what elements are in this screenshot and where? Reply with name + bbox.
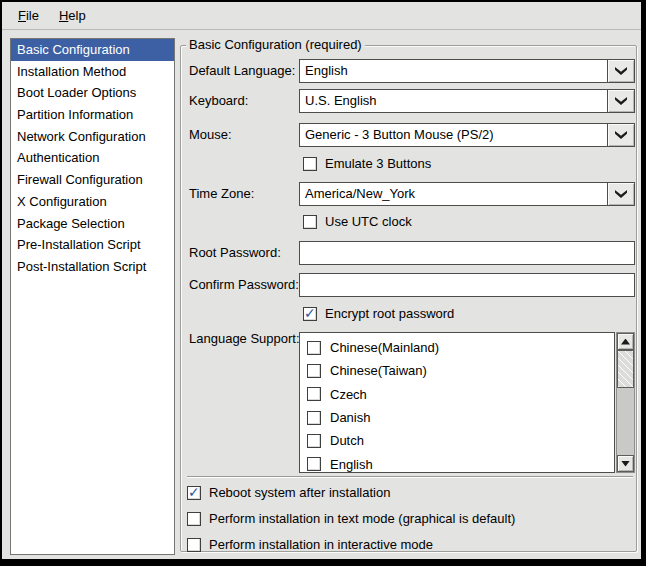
checkbox-box[interactable] [307, 411, 321, 425]
sidebar-item[interactable]: Package Selection [11, 213, 174, 235]
checkbox-label: Use UTC clock [325, 214, 412, 229]
language-support-list: Chinese(Mainland) Chinese(Taiwan) Czech [299, 332, 635, 473]
confirm-password-label: Confirm Password: [189, 273, 299, 297]
checkbox-box[interactable] [187, 538, 201, 552]
language-option-label: Chinese(Mainland) [330, 340, 439, 355]
encrypt-root-password-checkbox[interactable]: Encrypt root password [303, 305, 639, 322]
kickstart-configurator-window: File Help Basic Configuration Installati… [2, 2, 641, 559]
checkbox-box[interactable] [303, 157, 317, 171]
checkbox-box[interactable] [187, 512, 201, 526]
scroll-up-button[interactable] [617, 333, 634, 350]
checkbox-box[interactable] [307, 364, 321, 378]
sidebar-item[interactable]: Authentication [11, 147, 174, 169]
sidebar-item[interactable]: Network Configuration [11, 126, 174, 148]
footer-checkbox[interactable]: Reboot system after installation [187, 484, 390, 501]
time-zone-combo[interactable]: America/New_York [299, 182, 635, 206]
language-option[interactable]: Dutch [300, 429, 614, 452]
chevron-down-icon [615, 97, 627, 105]
checkbox-box[interactable] [303, 307, 317, 321]
keyboard-label: Keyboard: [189, 89, 299, 113]
checkbox-label: Emulate 3 Buttons [325, 156, 431, 171]
time-zone-dropdown-button[interactable] [607, 182, 635, 206]
checkbox-label: Perform installation in text mode (graph… [209, 511, 515, 526]
menu-file-mnemonic: F [18, 8, 26, 23]
language-option-label: Danish [330, 410, 370, 425]
menu-help-mnemonic: H [59, 8, 68, 23]
checkbox-box[interactable] [303, 215, 317, 229]
checkbox-label: Reboot system after installation [209, 485, 390, 500]
default-language-combo[interactable]: English [299, 59, 635, 83]
emulate-3-buttons-checkbox[interactable]: Emulate 3 Buttons [303, 155, 639, 172]
mouse-label: Mouse: [189, 123, 299, 147]
footer-checkbox[interactable]: Perform installation in text mode (graph… [187, 510, 515, 527]
sidebar-item[interactable]: Boot Loader Options [11, 82, 174, 104]
keyboard-dropdown-button[interactable] [607, 89, 635, 113]
footer-checkbox[interactable]: Perform installation in interactive mode [187, 536, 433, 553]
checkbox-label: Perform installation in interactive mode [209, 537, 433, 552]
chevron-down-icon [615, 67, 627, 75]
language-option[interactable]: Danish [300, 406, 614, 429]
keyboard-value[interactable]: U.S. English [299, 89, 607, 113]
language-option[interactable]: Chinese(Mainland) [300, 336, 614, 359]
checkbox-box[interactable] [307, 434, 321, 448]
checkbox-box[interactable] [307, 457, 321, 471]
basic-configuration-frame: Basic Configuration (required) Default L… [180, 45, 637, 552]
sidebar-item[interactable]: Installation Method [11, 61, 174, 83]
checkbox-box[interactable] [307, 387, 321, 401]
scrollbar-trough[interactable] [617, 388, 634, 455]
keyboard-combo[interactable]: U.S. English [299, 89, 635, 113]
frame-title: Basic Configuration (required) [186, 37, 365, 52]
menu-file[interactable]: File [8, 4, 49, 27]
language-option[interactable]: Czech [300, 383, 614, 406]
language-option-label: Chinese(Taiwan) [330, 363, 427, 378]
chevron-down-icon [615, 131, 627, 139]
use-utc-clock-checkbox[interactable]: Use UTC clock [303, 213, 639, 230]
menubar: File Help [2, 2, 641, 30]
language-option-label: English [330, 457, 373, 472]
menu-help-rest: elp [68, 8, 85, 23]
mouse-dropdown-button[interactable] [607, 123, 635, 147]
triangle-up-icon [621, 339, 630, 345]
mouse-value[interactable]: Generic - 3 Button Mouse (PS/2) [299, 123, 607, 147]
language-support-label: Language Support: [189, 330, 299, 347]
separator [187, 476, 633, 478]
root-password-label: Root Password: [189, 241, 299, 265]
menu-help[interactable]: Help [49, 4, 96, 27]
scroll-down-button[interactable] [617, 455, 634, 472]
sidebar-item[interactable]: Pre-Installation Script [11, 234, 174, 256]
time-zone-value[interactable]: America/New_York [299, 182, 607, 206]
time-zone-label: Time Zone: [189, 182, 299, 206]
sidebar-item[interactable]: Firewall Configuration [11, 169, 174, 191]
triangle-down-icon [621, 461, 630, 467]
scrollbar-thumb[interactable] [617, 350, 634, 388]
default-language-value[interactable]: English [299, 59, 607, 83]
sidebar-item[interactable]: X Configuration [11, 191, 174, 213]
language-option-label: Dutch [330, 433, 364, 448]
language-option[interactable]: English [300, 452, 614, 473]
menu-file-rest: ile [26, 8, 39, 23]
language-option-label: Czech [330, 387, 367, 402]
language-options: Chinese(Mainland) Chinese(Taiwan) Czech [299, 332, 615, 473]
root-password-field[interactable] [299, 241, 635, 265]
category-list: Basic Configuration Installation Method … [10, 38, 175, 555]
confirm-password-field[interactable] [299, 273, 635, 297]
checkbox-label: Encrypt root password [325, 306, 454, 321]
mouse-combo[interactable]: Generic - 3 Button Mouse (PS/2) [299, 123, 635, 147]
chevron-down-icon [615, 190, 627, 198]
language-scrollbar[interactable] [616, 332, 635, 473]
checkbox-box[interactable] [307, 341, 321, 355]
language-option[interactable]: Chinese(Taiwan) [300, 359, 614, 382]
sidebar-item[interactable]: Post-Installation Script [11, 256, 174, 278]
sidebar-item[interactable]: Partition Information [11, 104, 174, 126]
sidebar-item[interactable]: Basic Configuration [11, 39, 174, 61]
checkbox-box[interactable] [187, 486, 201, 500]
default-language-dropdown-button[interactable] [607, 59, 635, 83]
default-language-label: Default Language: [189, 59, 299, 83]
